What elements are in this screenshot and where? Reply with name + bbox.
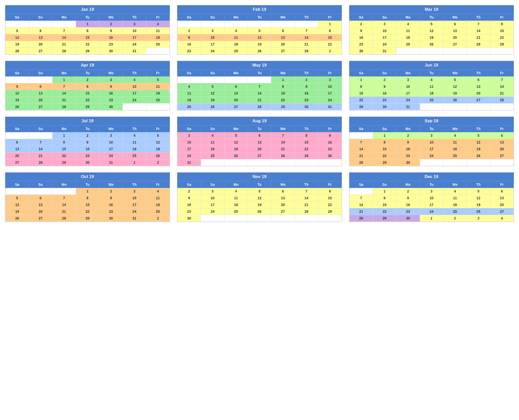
calendar-day[interactable]: 3 (420, 132, 443, 139)
calendar-day[interactable]: 26 (467, 208, 490, 215)
calendar-day[interactable]: 17 (318, 90, 342, 97)
calendar-day[interactable]: 4 (224, 28, 248, 34)
calendar-day[interactable]: 30 (396, 215, 420, 222)
calendar-day[interactable]: 19 (248, 202, 271, 208)
calendar-day[interactable]: 9 (295, 83, 318, 90)
calendar-day[interactable]: 22 (350, 97, 373, 104)
calendar-day[interactable]: 13 (6, 146, 29, 152)
calendar-day[interactable]: 6 (29, 195, 52, 202)
calendar-day[interactable]: 9 (178, 34, 201, 41)
calendar-day[interactable]: 27 (490, 208, 514, 215)
calendar-day[interactable]: 27 (248, 152, 271, 159)
calendar-day[interactable]: 8 (76, 195, 99, 202)
calendar-day[interactable]: 10 (420, 139, 443, 146)
calendar-day[interactable]: 10 (420, 195, 443, 202)
calendar-day[interactable]: 11 (178, 90, 201, 97)
calendar-day[interactable]: 15 (271, 90, 295, 97)
calendar-day[interactable]: 15 (52, 146, 76, 152)
calendar-day[interactable]: 5 (420, 21, 443, 28)
calendar-day[interactable]: 6 (467, 76, 490, 83)
calendar-day[interactable]: 16 (178, 202, 201, 208)
calendar-day[interactable]: 3 (178, 132, 201, 139)
calendar-day[interactable]: 10 (123, 195, 146, 202)
calendar-day[interactable]: 8 (52, 139, 76, 146)
calendar-day[interactable] (396, 48, 420, 54)
calendar-day[interactable]: 5 (146, 132, 170, 139)
calendar-day[interactable]: 1 (76, 188, 99, 195)
calendar-day[interactable]: 3 (201, 28, 224, 34)
calendar-day[interactable] (224, 159, 248, 166)
calendar-day[interactable]: 12 (467, 139, 490, 146)
calendar-day[interactable]: 9 (99, 28, 123, 34)
calendar-day[interactable]: 30 (350, 48, 373, 54)
calendar-day[interactable] (224, 215, 248, 222)
calendar-day[interactable] (6, 76, 29, 83)
calendar-day[interactable]: 1 (318, 48, 342, 54)
calendar-day[interactable]: 21 (350, 208, 373, 215)
calendar-day[interactable]: 8 (271, 83, 295, 90)
calendar-day[interactable]: 31 (123, 48, 146, 54)
calendar-day[interactable]: 26 (6, 215, 29, 222)
calendar-day[interactable]: 1 (271, 76, 295, 83)
calendar-day[interactable]: 15 (318, 34, 342, 41)
calendar-day[interactable]: 28 (295, 208, 318, 215)
calendar-day[interactable]: 3 (123, 21, 146, 28)
calendar-day[interactable]: 19 (224, 146, 248, 152)
calendar-day[interactable]: 10 (373, 28, 396, 34)
calendar-day[interactable]: 2 (76, 132, 99, 139)
calendar-day[interactable]: 19 (443, 90, 467, 97)
calendar-day[interactable]: 29 (373, 215, 396, 222)
calendar-day[interactable]: 5 (467, 132, 490, 139)
calendar-day[interactable]: 28 (52, 215, 76, 222)
calendar-day[interactable]: 3 (99, 132, 123, 139)
calendar-day[interactable]: 18 (420, 90, 443, 97)
calendar-day[interactable]: 5 (467, 188, 490, 195)
calendar-day[interactable]: 30 (295, 104, 318, 110)
calendar-day[interactable] (443, 104, 467, 110)
calendar-day[interactable]: 3 (420, 188, 443, 195)
calendar-day[interactable]: 15 (76, 90, 99, 97)
calendar-day[interactable]: 14 (350, 146, 373, 152)
calendar-day[interactable]: 11 (420, 83, 443, 90)
calendar-day[interactable]: 6 (6, 139, 29, 146)
calendar-day[interactable]: 5 (224, 132, 248, 139)
calendar-day[interactable]: 29 (373, 159, 396, 166)
calendar-day[interactable] (271, 215, 295, 222)
calendar-day[interactable]: 6 (490, 132, 514, 139)
calendar-day[interactable]: 5 (248, 28, 271, 34)
calendar-day[interactable]: 17 (201, 41, 224, 48)
calendar-day[interactable]: 21 (295, 41, 318, 48)
calendar-day[interactable]: 1 (373, 132, 396, 139)
calendar-day[interactable] (295, 215, 318, 222)
calendar-day[interactable]: 9 (178, 195, 201, 202)
calendar-day[interactable] (201, 159, 224, 166)
calendar-day[interactable]: 14 (467, 28, 490, 34)
calendar-day[interactable] (271, 159, 295, 166)
calendar-day[interactable]: 1 (373, 188, 396, 195)
calendar-day[interactable]: 28 (248, 104, 271, 110)
calendar-day[interactable]: 16 (76, 146, 99, 152)
calendar-day[interactable]: 15 (295, 139, 318, 146)
calendar-day[interactable]: 20 (29, 97, 52, 104)
calendar-day[interactable]: 27 (443, 41, 467, 48)
calendar-day[interactable] (467, 104, 490, 110)
calendar-day[interactable]: 13 (29, 34, 52, 41)
calendar-day[interactable]: 22 (76, 208, 99, 215)
calendar-day[interactable]: 10 (99, 139, 123, 146)
calendar-day[interactable]: 2 (99, 188, 123, 195)
calendar-day[interactable] (29, 188, 52, 195)
calendar-day[interactable]: 17 (201, 202, 224, 208)
calendar-day[interactable]: 1 (123, 159, 146, 166)
calendar-day[interactable]: 22 (295, 146, 318, 152)
calendar-day[interactable]: 1 (318, 21, 342, 28)
calendar-day[interactable]: 16 (99, 202, 123, 208)
calendar-day[interactable]: 11 (443, 195, 467, 202)
calendar-day[interactable]: 18 (123, 146, 146, 152)
calendar-day[interactable]: 28 (52, 104, 76, 110)
calendar-day[interactable]: 31 (123, 215, 146, 222)
calendar-day[interactable]: 10 (201, 195, 224, 202)
calendar-day[interactable]: 18 (178, 97, 201, 104)
calendar-day[interactable]: 28 (490, 97, 514, 104)
calendar-day[interactable]: 8 (318, 188, 342, 195)
calendar-day[interactable]: 17 (123, 90, 146, 97)
